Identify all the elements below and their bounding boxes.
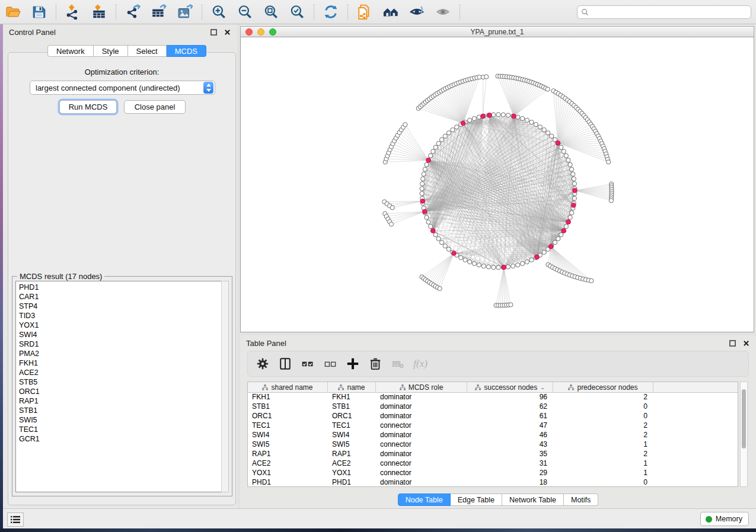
close-panel-icon[interactable]: [223, 28, 231, 36]
cell-shared_name[interactable]: RAP1: [248, 450, 328, 459]
tab-motifs[interactable]: Motifs: [564, 493, 598, 506]
zoom-selected-icon[interactable]: [288, 3, 306, 21]
tab-node-table[interactable]: Node Table: [398, 493, 451, 506]
cell-successors[interactable]: 46: [467, 431, 553, 440]
close-table-panel-icon[interactable]: [742, 339, 750, 347]
add-column-icon[interactable]: [344, 355, 362, 372]
cell-role[interactable]: dominator: [376, 478, 467, 488]
tab-select[interactable]: Select: [128, 45, 167, 57]
table-row[interactable]: PHD1PHD1dominator180: [248, 478, 738, 488]
settings-gear-icon[interactable]: [254, 355, 272, 372]
hide-graphics-details-icon[interactable]: [408, 3, 426, 21]
cell-successors[interactable]: 31: [467, 459, 553, 469]
mcds-result-item[interactable]: STP4: [19, 302, 221, 311]
export-image-icon[interactable]: [176, 3, 194, 21]
tab-style[interactable]: Style: [94, 45, 128, 57]
float-table-panel-icon[interactable]: [728, 339, 736, 347]
cell-predecessors[interactable]: 1: [553, 459, 653, 469]
run-mcds-button[interactable]: Run MCDS: [59, 100, 117, 114]
tab-mcds[interactable]: MCDS: [167, 45, 206, 57]
cell-role[interactable]: connector: [376, 459, 467, 469]
cell-role[interactable]: dominator: [376, 393, 467, 402]
table-row[interactable]: ORC1ORC1dominator610: [248, 412, 738, 421]
cell-shared_name[interactable]: ACE2: [248, 459, 328, 469]
mcds-result-item[interactable]: TEC1: [19, 425, 221, 434]
cell-role[interactable]: connector: [376, 469, 467, 478]
cell-shared_name[interactable]: TEC1: [248, 421, 328, 431]
tab-network[interactable]: Network: [47, 45, 94, 57]
cell-shared_name[interactable]: PHD1: [248, 478, 328, 488]
table-row[interactable]: TEC1TEC1connector472: [248, 421, 738, 431]
window-close-icon[interactable]: [245, 28, 253, 36]
refresh-icon[interactable]: [322, 3, 340, 21]
first-neighbors-icon[interactable]: [382, 3, 400, 21]
mcds-result-item[interactable]: YOX1: [19, 321, 221, 330]
zoom-in-icon[interactable]: [210, 3, 228, 21]
mcds-result-item[interactable]: GCR1: [19, 434, 221, 444]
column-header-name[interactable]: name: [328, 382, 376, 392]
mcds-result-item[interactable]: ORC1: [19, 387, 221, 396]
cell-name[interactable]: FKH1: [328, 393, 376, 402]
cell-shared_name[interactable]: FKH1: [248, 393, 328, 402]
export-network-icon[interactable]: [124, 3, 142, 21]
save-icon[interactable]: [30, 3, 48, 21]
cell-name[interactable]: PHD1: [328, 478, 376, 488]
cell-name[interactable]: SWI4: [328, 431, 376, 440]
cell-shared_name[interactable]: ORC1: [248, 412, 328, 421]
mcds-result-item[interactable]: PMA2: [19, 349, 221, 358]
mcds-result-item[interactable]: RAP1: [19, 396, 221, 406]
table-row[interactable]: FKH1FKH1dominator962: [248, 393, 738, 402]
mcds-result-item[interactable]: CAR1: [19, 292, 221, 302]
mcds-result-item[interactable]: SWI4: [19, 330, 221, 339]
search-input[interactable]: [589, 6, 751, 18]
tab-edge-table[interactable]: Edge Table: [451, 493, 502, 506]
mcds-result-item[interactable]: PHD1: [19, 283, 221, 292]
cell-shared_name[interactable]: YOX1: [248, 469, 328, 478]
cell-predecessors[interactable]: 0: [553, 402, 653, 412]
cell-shared_name[interactable]: SWI4: [248, 431, 328, 440]
dropdown-stepper-icon[interactable]: [203, 82, 213, 94]
delete-column-icon[interactable]: [366, 355, 384, 372]
cell-predecessors[interactable]: 2: [553, 421, 653, 431]
import-table-icon[interactable]: [90, 3, 108, 21]
cell-successors[interactable]: 96: [467, 393, 553, 402]
table-scrollbar[interactable]: [740, 382, 748, 487]
cell-name[interactable]: YOX1: [328, 469, 376, 478]
mcds-list-scrollbar[interactable]: [221, 281, 229, 492]
import-network-icon[interactable]: [64, 3, 82, 21]
open-folder-icon[interactable]: [4, 3, 22, 21]
task-history-button[interactable]: [7, 512, 24, 527]
cell-shared_name[interactable]: SWI5: [248, 440, 328, 450]
cell-successors[interactable]: 47: [467, 421, 553, 431]
cell-predecessors[interactable]: 1: [553, 469, 653, 478]
cell-successors[interactable]: 29: [467, 469, 553, 478]
mcds-result-item[interactable]: SWI5: [19, 415, 221, 425]
column-header-successor-nodes[interactable]: successor nodes⌄: [467, 382, 553, 392]
cell-successors[interactable]: 18: [467, 478, 553, 488]
cell-role[interactable]: connector: [376, 421, 467, 431]
cell-role[interactable]: connector: [376, 440, 467, 450]
cell-predecessors[interactable]: 2: [553, 450, 653, 459]
search-box[interactable]: [577, 5, 751, 19]
cell-successors[interactable]: 61: [467, 412, 553, 421]
cell-role[interactable]: dominator: [376, 402, 467, 412]
cell-successors[interactable]: 35: [467, 450, 553, 459]
deselect-all-icon[interactable]: [321, 355, 339, 372]
optimization-criterion-dropdown[interactable]: largest connected component (undirected): [30, 81, 215, 95]
cell-shared_name[interactable]: STB1: [248, 402, 328, 412]
cell-name[interactable]: RAP1: [328, 450, 376, 459]
table-scrollbar-thumb[interactable]: [742, 389, 746, 448]
mcds-result-item[interactable]: ACE2: [19, 368, 221, 377]
cell-predecessors[interactable]: 0: [553, 478, 653, 488]
mcds-result-item[interactable]: TID3: [19, 311, 221, 321]
table-row[interactable]: SWI5SWI5connector431: [248, 440, 738, 450]
mcds-result-list[interactable]: PHD1CAR1STP4TID3YOX1SWI4SRD1PMA2FKH1ACE2…: [15, 281, 222, 492]
cell-predecessors[interactable]: 2: [553, 431, 653, 440]
window-minimize-icon[interactable]: [257, 28, 264, 36]
cell-successors[interactable]: 43: [467, 440, 553, 450]
float-panel-icon[interactable]: [209, 28, 218, 36]
mcds-result-item[interactable]: STB5: [19, 377, 221, 387]
cell-name[interactable]: ACE2: [328, 459, 376, 469]
cell-predecessors[interactable]: 0: [553, 412, 653, 421]
network-from-file-icon[interactable]: [356, 3, 374, 21]
